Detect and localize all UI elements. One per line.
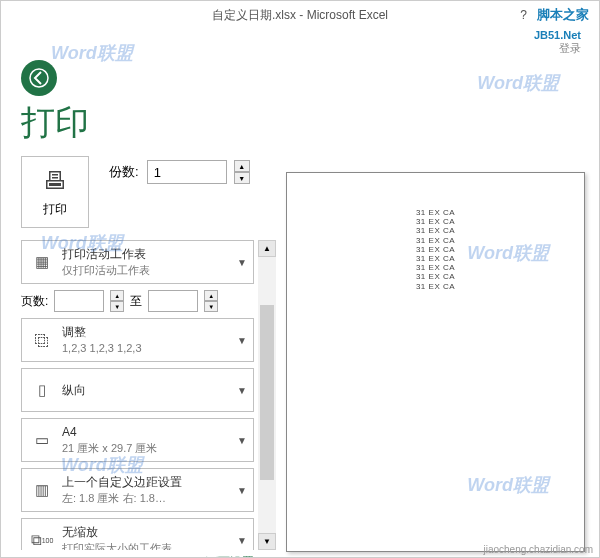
help-icon[interactable]: ? bbox=[520, 8, 527, 22]
setting-active-sheets[interactable]: ▦ 打印活动工作表 仅打印活动工作表 ▼ bbox=[21, 240, 254, 284]
copies-up[interactable]: ▲ bbox=[234, 160, 250, 172]
brand-sub: JB51.Net bbox=[534, 29, 581, 41]
page-setup-link[interactable]: 页面设置 bbox=[21, 550, 276, 558]
login-link[interactable]: 登录 bbox=[559, 42, 581, 54]
page-to-up[interactable]: ▲ bbox=[204, 290, 218, 301]
scroll-down-button[interactable]: ▼ bbox=[258, 533, 276, 550]
margins-icon: ▥ bbox=[28, 476, 56, 504]
page-from-up[interactable]: ▲ bbox=[110, 290, 124, 301]
paper-icon: ▭ bbox=[28, 426, 56, 454]
back-button[interactable] bbox=[21, 60, 57, 96]
portrait-icon: ▯ bbox=[28, 376, 56, 404]
page-from-input[interactable] bbox=[54, 290, 104, 312]
setting-collate[interactable]: ⿻ 调整 1,2,3 1,2,3 1,2,3 ▼ bbox=[21, 318, 254, 362]
preview-panel: 31 EX CA31 EX CA31 EX CA31 EX CA31 EX CA… bbox=[276, 156, 599, 558]
preview-content: 31 EX CA31 EX CA31 EX CA31 EX CA31 EX CA… bbox=[315, 208, 556, 291]
collate-icon: ⿻ bbox=[28, 326, 56, 354]
footer-watermark: jiaocheng.chazidian.com bbox=[483, 544, 593, 555]
setting-paper[interactable]: ▭ A4 21 厘米 x 29.7 厘米 ▼ bbox=[21, 418, 254, 462]
scaling-icon: ⧉100 bbox=[28, 526, 56, 550]
settings-list: ▦ 打印活动工作表 仅打印活动工作表 ▼ 页数: ▲▼ 至 ▲▼ ⿻ 调整 bbox=[21, 240, 276, 550]
watermark: Word联盟 bbox=[477, 71, 559, 95]
svg-point-0 bbox=[30, 69, 48, 87]
print-button[interactable]: 🖶 打印 bbox=[21, 156, 89, 228]
page-title: 打印 bbox=[1, 100, 599, 156]
print-settings-panel: 🖶 打印 份数: ▲ ▼ ▦ 打印活动工作表 仅打印活动工作表 ▼ bbox=[1, 156, 276, 558]
brand-label: 脚本之家 bbox=[537, 6, 589, 24]
page-range-row: 页数: ▲▼ 至 ▲▼ bbox=[21, 290, 254, 312]
scroll-thumb[interactable] bbox=[260, 305, 274, 480]
setting-margins[interactable]: ▥ 上一个自定义边距设置 左: 1.8 厘米 右: 1.8… ▼ bbox=[21, 468, 254, 512]
chevron-down-icon: ▼ bbox=[237, 257, 247, 268]
chevron-down-icon: ▼ bbox=[237, 535, 247, 546]
chevron-down-icon: ▼ bbox=[237, 385, 247, 396]
preview-page: 31 EX CA31 EX CA31 EX CA31 EX CA31 EX CA… bbox=[286, 172, 585, 552]
copies-label: 份数: bbox=[109, 163, 139, 181]
page-to-down[interactable]: ▼ bbox=[204, 301, 218, 312]
chevron-down-icon: ▼ bbox=[237, 435, 247, 446]
arrow-left-icon bbox=[29, 68, 49, 88]
settings-scrollbar[interactable]: ▲ ▼ bbox=[258, 240, 276, 550]
page-from-down[interactable]: ▼ bbox=[110, 301, 124, 312]
copies-input[interactable] bbox=[147, 160, 227, 184]
copies-down[interactable]: ▼ bbox=[234, 172, 250, 184]
chevron-down-icon: ▼ bbox=[237, 485, 247, 496]
titlebar: 自定义日期.xlsx - Microsoft Excel ? 脚本之家 bbox=[1, 1, 599, 29]
print-button-label: 打印 bbox=[43, 201, 67, 218]
page-to-input[interactable] bbox=[148, 290, 198, 312]
sheets-icon: ▦ bbox=[28, 248, 56, 276]
setting-scaling[interactable]: ⧉100 无缩放 打印实际大小的工作表 ▼ bbox=[21, 518, 254, 550]
pages-to-label: 至 bbox=[130, 293, 142, 310]
chevron-down-icon: ▼ bbox=[237, 335, 247, 346]
printer-icon: 🖶 bbox=[43, 167, 67, 195]
scroll-up-button[interactable]: ▲ bbox=[258, 240, 276, 257]
setting-orientation[interactable]: ▯ 纵向 ▼ bbox=[21, 368, 254, 412]
window-title: 自定义日期.xlsx - Microsoft Excel bbox=[212, 7, 388, 24]
pages-label: 页数: bbox=[21, 293, 48, 310]
